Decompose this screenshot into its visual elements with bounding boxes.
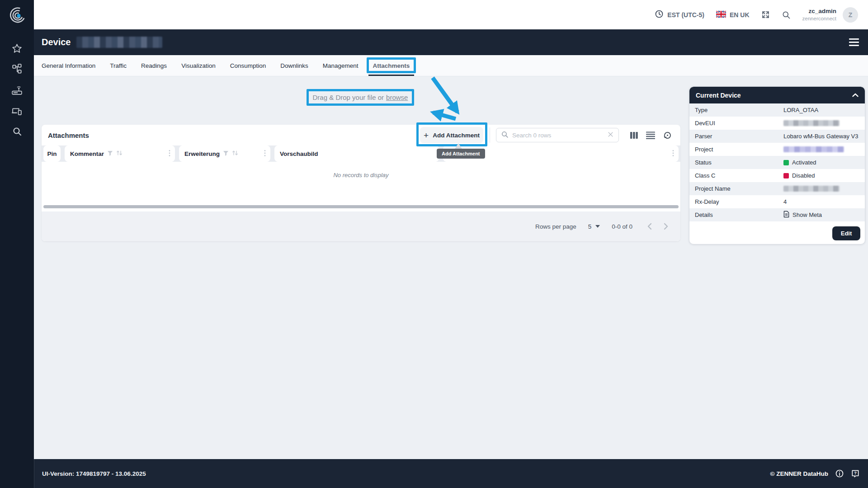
help-icon[interactable]: ? <box>851 469 860 478</box>
avatar[interactable]: Z <box>843 7 858 23</box>
tab-bar: General Information Traffic Readings Vis… <box>34 55 868 76</box>
rows-per-page-select[interactable]: 5 <box>588 223 600 230</box>
sort-icon[interactable] <box>232 150 238 157</box>
horizontal-scrollbar[interactable] <box>43 205 679 208</box>
fullscreen-button[interactable] <box>761 10 770 19</box>
column-header-kommentar[interactable]: Kommentar <box>65 145 175 162</box>
arrow-button-to-dropzone <box>433 113 456 119</box>
show-meta-link[interactable]: Show Meta <box>783 211 822 219</box>
sidebar-search-icon[interactable] <box>8 122 27 141</box>
device-row-status: Status Activated <box>689 156 865 169</box>
tab-general-information[interactable]: General Information <box>42 55 95 76</box>
sidebar <box>0 0 34 488</box>
sort-icon[interactable] <box>116 150 123 157</box>
device-row-project-name: Project Name <box>689 182 865 195</box>
table-header-row: Pin Kommentar Erweiterung <box>42 145 680 162</box>
user-org: zennerconnect <box>802 15 836 22</box>
device-row-details: Details Show Meta <box>689 208 865 221</box>
add-attachment-tooltip: Add Attachment <box>437 149 485 159</box>
device-row-parser: Parser Lobaro wM-Bus Gateway V3 <box>689 130 865 143</box>
device-row-type: Type LORA_OTAA <box>689 103 865 117</box>
column-header-erweiterung[interactable]: Erweiterung <box>179 145 270 162</box>
tab-readings[interactable]: Readings <box>141 55 167 76</box>
history-reset-icon[interactable] <box>663 131 672 140</box>
timezone-indicator[interactable]: EST (UTC-5) <box>655 9 704 20</box>
language-label: EN UK <box>730 11 750 19</box>
user-menu[interactable]: zc_admin zennerconnect <box>802 8 836 22</box>
clock-icon <box>655 9 664 20</box>
attachments-title: Attachments <box>48 131 89 139</box>
copyright-label: © ZENNER DataHub <box>770 470 828 477</box>
timezone-label: EST (UTC-5) <box>667 11 704 19</box>
device-row-class-c: Class C Disabled <box>689 169 865 182</box>
kebab-icon[interactable] <box>169 150 170 158</box>
redacted-value <box>783 186 840 192</box>
device-header: Device <box>34 29 868 55</box>
redacted-value <box>783 120 840 126</box>
uk-flag-icon <box>716 11 726 19</box>
clear-search-icon[interactable] <box>607 131 614 140</box>
tab-attachments[interactable]: Attachments <box>373 55 410 76</box>
edit-button[interactable]: Edit <box>832 226 860 240</box>
network-hierarchy-icon[interactable] <box>8 60 27 79</box>
devices-icon[interactable] <box>8 101 27 120</box>
kebab-icon[interactable] <box>264 150 266 158</box>
language-selector[interactable]: EN UK <box>716 11 750 19</box>
browse-link[interactable]: browse <box>386 94 408 101</box>
document-icon <box>783 211 789 219</box>
username: zc_admin <box>808 8 836 15</box>
search-icon <box>501 131 509 140</box>
tab-traffic[interactable]: Traffic <box>110 55 127 76</box>
current-device-panel: Current Device Type LORA_OTAA DevEUI Par… <box>689 86 865 244</box>
filter-icon[interactable] <box>107 150 113 157</box>
attachments-card-header: Attachments + Add Attachment <box>42 125 680 145</box>
next-page-button[interactable] <box>664 223 669 230</box>
kebab-icon[interactable] <box>672 150 674 158</box>
info-icon[interactable] <box>835 469 844 478</box>
chevron-up-icon[interactable] <box>852 93 859 97</box>
column-header-pin[interactable]: Pin <box>43 145 61 162</box>
columns-icon[interactable] <box>630 131 638 139</box>
menu-icon[interactable] <box>849 38 859 46</box>
redacted-value <box>783 146 844 152</box>
status-indicator-red <box>783 173 789 178</box>
plus-icon: + <box>424 131 429 140</box>
divider <box>490 127 490 143</box>
page-title: Device <box>42 37 71 47</box>
search-input[interactable] <box>512 132 604 139</box>
tab-visualization[interactable]: Visualization <box>181 55 216 76</box>
status-indicator-green <box>783 160 789 165</box>
chevron-down-icon <box>595 225 600 228</box>
tab-consumption[interactable]: Consumption <box>230 55 266 76</box>
device-row-deveui: DevEUI <box>689 117 865 130</box>
pagination-bar: Rows per page 5 0-0 of 0 <box>42 211 680 241</box>
current-device-title: Current Device <box>696 92 741 99</box>
dropzone-text: Drag & Drop your file or <box>313 94 384 101</box>
ui-version-label: UI-Version: 1749819797 - 13.06.2025 <box>42 470 146 477</box>
footer: UI-Version: 1749819797 - 13.06.2025 © ZE… <box>34 459 868 488</box>
device-row-rx-delay: Rx-Delay 4 <box>689 195 865 208</box>
table-search <box>496 128 619 142</box>
favorites-star-icon[interactable] <box>8 39 27 58</box>
previous-page-button[interactable] <box>647 223 652 230</box>
current-device-header[interactable]: Current Device <box>689 87 865 103</box>
zenner-logo-icon[interactable] <box>8 5 27 24</box>
topbar: EST (UTC-5) EN UK zc_admin zennerconnect… <box>34 0 868 29</box>
global-search-button[interactable] <box>782 10 791 19</box>
attachments-card: Attachments + Add Attachment <box>42 125 680 241</box>
filter-icon[interactable] <box>223 150 229 157</box>
empty-table-message: No records to display <box>42 172 680 178</box>
device-name-redacted <box>76 37 162 48</box>
gateway-icon[interactable] <box>8 80 27 99</box>
tab-management[interactable]: Management <box>323 55 359 76</box>
rows-per-page-label: Rows per page <box>535 223 576 230</box>
pagination-range: 0-0 of 0 <box>612 223 632 230</box>
tab-downlinks[interactable]: Downlinks <box>280 55 308 76</box>
add-attachment-button[interactable]: + Add Attachment <box>420 127 483 143</box>
row-height-icon[interactable] <box>646 131 655 139</box>
device-row-project: Project <box>689 143 865 156</box>
svg-text:?: ? <box>854 471 857 475</box>
column-header-vorschaubild[interactable]: Vorschaubild <box>274 145 439 162</box>
tooltip-arrow <box>455 143 462 149</box>
dropzone[interactable]: Drag & Drop your file or browse <box>307 89 414 106</box>
